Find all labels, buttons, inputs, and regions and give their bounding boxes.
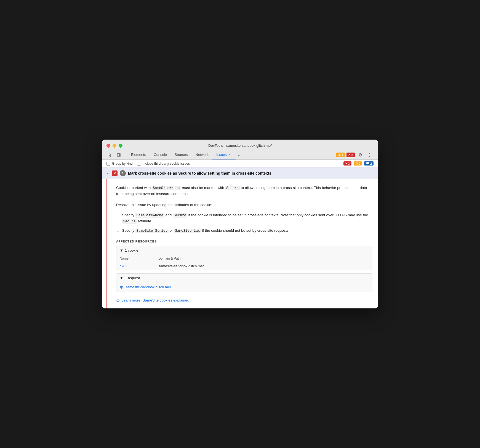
request-url-icon: ⊕ bbox=[120, 284, 123, 290]
issues-content: ▼ ✕ 1 Mark cross-site cookies as Secure … bbox=[102, 167, 378, 308]
tabs-bar: Elements Console Sources Network Issues … bbox=[106, 150, 374, 159]
toolbar-separator bbox=[126, 152, 126, 158]
error-badge[interactable]: ✕ 3 bbox=[346, 153, 355, 157]
request-group-chevron: ▼ bbox=[120, 276, 123, 280]
cursor-tool[interactable] bbox=[106, 151, 114, 159]
issue-chevron-icon: ▼ bbox=[106, 172, 109, 175]
code-secure-2: Secure bbox=[173, 213, 187, 218]
tab-more-button[interactable]: » bbox=[236, 151, 242, 159]
inspect-tool[interactable] bbox=[115, 151, 122, 159]
window-title: DevTools - samesite-sandbox.glitch.me/ bbox=[208, 143, 272, 148]
filter-info-icon: 💬 bbox=[366, 162, 370, 165]
bullet-item-2: → Specify SameSite=Strict or SameSite=La… bbox=[116, 228, 372, 234]
tab-elements[interactable]: Elements bbox=[127, 150, 150, 159]
cookie-resource-group: ▼ 1 cookie Name Domain & Path ck02 sames… bbox=[116, 246, 372, 270]
issue-resolve-text: Resolve this issue by updating the attri… bbox=[116, 202, 372, 208]
cookie-group-chevron: ▼ bbox=[120, 248, 123, 252]
cookie-group-label: 1 cookie bbox=[125, 248, 138, 252]
learn-more-icon: ⊙ bbox=[116, 298, 120, 303]
filter-counts: ✕ 3 ⚠ 0 💬 2 bbox=[343, 161, 374, 166]
devtools-window: DevTools - samesite-sandbox.glitch.me/ bbox=[102, 140, 378, 308]
code-secure-1: Secure bbox=[225, 186, 240, 190]
minimize-button[interactable] bbox=[113, 144, 116, 148]
request-link-row: ⊕ samesite-sandbox.glitch.me/ bbox=[116, 282, 372, 292]
code-samesite-none-2: SameSite=None bbox=[135, 213, 165, 218]
filter-info-badge[interactable]: 💬 2 bbox=[364, 161, 374, 166]
third-party-filter[interactable]: Include third-party cookie issues bbox=[137, 162, 190, 166]
affected-resources-label: AFFECTED RESOURCES bbox=[116, 240, 372, 243]
tab-network[interactable]: Network bbox=[192, 150, 213, 159]
request-group-label: 1 request bbox=[125, 276, 140, 280]
affected-resources: AFFECTED RESOURCES ▼ 1 cookie Name Domai… bbox=[116, 240, 372, 303]
toolbar-right: ⚠ 1 ✕ 3 ⚙ ⋮ bbox=[336, 151, 374, 159]
code-samesite-strict: SameSite=Strict bbox=[135, 229, 169, 233]
code-samesite-none-1: SameSite=None bbox=[152, 186, 181, 190]
cookie-domain-column: Domain & Path bbox=[158, 257, 191, 260]
more-options-button[interactable]: ⋮ bbox=[366, 151, 374, 159]
settings-button[interactable]: ⚙ bbox=[356, 151, 364, 159]
third-party-checkbox[interactable] bbox=[137, 162, 141, 166]
learn-more-link[interactable]: Learn more: SameSite cookies explained bbox=[121, 298, 189, 302]
titlebar: DevTools - samesite-sandbox.glitch.me/ bbox=[102, 140, 378, 160]
cookie-group-header[interactable]: ▼ 1 cookie bbox=[116, 246, 372, 255]
warning-icon: ⚠ bbox=[338, 153, 341, 157]
filter-error-badge[interactable]: ✕ 3 bbox=[343, 161, 351, 166]
cookie-name-link[interactable]: ck02 bbox=[120, 264, 153, 268]
code-samesite-lax: SameSite=Lax bbox=[174, 229, 201, 233]
learn-more: ⊙ Learn more: SameSite cookies explained bbox=[116, 298, 372, 303]
issue-description: Cookies marked with SameSite=None must a… bbox=[116, 185, 372, 197]
issue-count-badge: 1 bbox=[120, 170, 126, 176]
arrow-icon-1: → bbox=[116, 213, 120, 219]
cookie-resource-table: Name Domain & Path ck02 samesite-sandbox… bbox=[116, 255, 372, 270]
issue-title: Mark cross-site cookies as Secure to all… bbox=[128, 171, 271, 175]
close-button[interactable] bbox=[106, 144, 110, 148]
request-url-link[interactable]: samesite-sandbox.glitch.me/ bbox=[126, 285, 171, 289]
arrow-icon-2: → bbox=[116, 228, 120, 234]
traffic-lights bbox=[106, 144, 122, 148]
tab-console[interactable]: Console bbox=[150, 150, 171, 159]
cookie-domain-value: samesite-sandbox.glitch.me/ bbox=[158, 264, 204, 268]
request-resource-group: ▼ 1 request ⊕ samesite-sandbox.glitch.me… bbox=[116, 273, 372, 292]
code-secure-3: Secure bbox=[122, 219, 137, 224]
cookie-table-header: Name Domain & Path bbox=[116, 255, 372, 262]
group-by-kind-filter[interactable]: Group by kind bbox=[106, 162, 133, 166]
error-icon: ✕ bbox=[348, 153, 351, 157]
svg-rect-0 bbox=[117, 153, 120, 157]
svg-rect-1 bbox=[118, 154, 120, 156]
tab-sources[interactable]: Sources bbox=[171, 150, 192, 159]
tab-issues-close[interactable]: ✕ bbox=[228, 153, 232, 157]
issue-header[interactable]: ▼ ✕ 1 Mark cross-site cookies as Secure … bbox=[102, 167, 378, 179]
request-group-header[interactable]: ▼ 1 request bbox=[116, 274, 372, 282]
filter-warning-icon: ⚠ bbox=[355, 162, 358, 165]
devtools-body: Group by kind Include third-party cookie… bbox=[102, 160, 378, 308]
issue-error-badge: ✕ bbox=[112, 170, 118, 176]
group-by-kind-checkbox[interactable] bbox=[106, 162, 110, 166]
bullet-item-1: → Specify SameSite=None and Secure if th… bbox=[116, 212, 372, 224]
warning-badge[interactable]: ⚠ 1 bbox=[336, 153, 345, 157]
filter-warning-badge[interactable]: ⚠ 0 bbox=[354, 161, 362, 166]
filter-error-icon: ✕ bbox=[345, 162, 348, 165]
filter-bar: Group by kind Include third-party cookie… bbox=[102, 160, 378, 167]
tab-issues[interactable]: Issues ✕ bbox=[212, 150, 236, 159]
cookie-name-column: Name bbox=[120, 257, 153, 260]
cookie-table-row: ck02 samesite-sandbox.glitch.me/ bbox=[116, 262, 372, 270]
issue-body: Cookies marked with SameSite=None must a… bbox=[106, 179, 378, 308]
maximize-button[interactable] bbox=[119, 144, 122, 148]
